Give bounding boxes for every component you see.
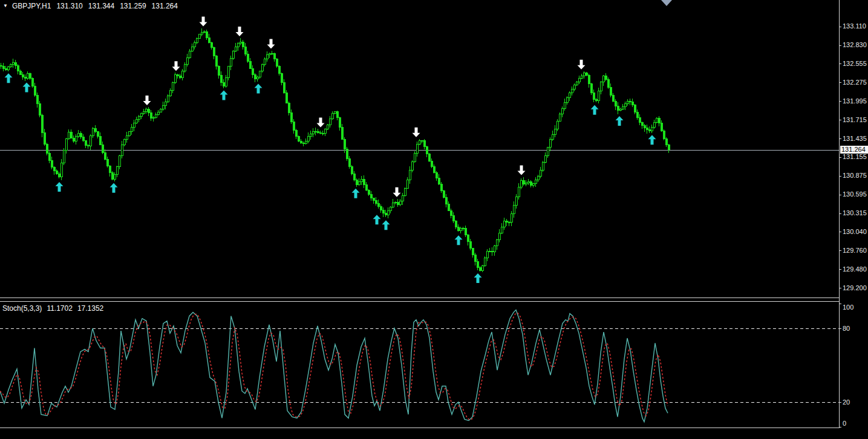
buy-signal-arrow	[648, 135, 656, 145]
candle-body	[639, 117, 641, 122]
candle-body	[36, 95, 38, 104]
candle-body	[486, 251, 488, 258]
price-tick-mark	[839, 176, 841, 177]
candle-body	[590, 84, 592, 93]
candle-body	[131, 128, 132, 132]
candle-body	[581, 76, 582, 78]
stoch-main-value: 11.1702	[47, 304, 73, 313]
candle-body	[48, 153, 50, 160]
mt4-chart-window: ▼GBPJPY,H1131.310131.344131.259131.264 S…	[0, 0, 868, 439]
candle-body	[365, 185, 367, 190]
candle-body	[382, 210, 384, 213]
candle-body	[457, 227, 459, 230]
candle-body	[237, 44, 239, 47]
candle-body	[145, 109, 147, 112]
candle-body	[2, 67, 4, 69]
candle-body	[361, 179, 362, 182]
price-tick-label: 131.155	[843, 154, 867, 160]
buy-signal-arrow	[255, 83, 263, 93]
candle-body	[462, 228, 464, 229]
candle-body	[252, 69, 253, 75]
buy-signal-arrow	[616, 116, 624, 126]
candle-body	[194, 43, 195, 47]
candle-body	[126, 135, 128, 139]
price-tick-label: 133.110	[843, 23, 866, 30]
candle-body	[157, 112, 159, 114]
candle-body	[12, 62, 14, 64]
candle-body	[29, 74, 31, 79]
candle-body	[496, 239, 498, 246]
buy-signal-arrow	[23, 83, 31, 93]
buy-signal-arrow	[382, 220, 390, 230]
chart-collapse-icon[interactable]: ▼	[3, 3, 8, 8]
candle-body	[186, 57, 188, 64]
candle-body	[498, 233, 500, 239]
main-chart-canvas[interactable]	[0, 0, 841, 298]
candle-body	[56, 171, 57, 174]
candle-body	[162, 106, 164, 109]
candle-body	[123, 139, 125, 145]
candle-body	[380, 207, 382, 210]
candle-body	[460, 228, 462, 230]
candle-body	[448, 204, 449, 210]
buy-signal-arrow	[373, 215, 381, 224]
stoch-indicator-canvas[interactable]	[0, 298, 841, 428]
candle-body	[385, 213, 387, 215]
candle-body	[80, 134, 82, 137]
candle-body	[363, 179, 365, 184]
candle-body	[479, 267, 481, 270]
candle-body	[269, 53, 270, 54]
candle-body	[593, 93, 595, 100]
candle-body	[353, 174, 355, 180]
price-tick-label: 132.555	[843, 60, 867, 67]
candle-body	[532, 184, 534, 186]
candle-body	[636, 112, 638, 118]
sell-signal-arrow	[143, 96, 151, 105]
price-tick-mark	[839, 82, 841, 83]
price-tick-mark	[839, 157, 841, 158]
candle-body	[520, 181, 522, 187]
candle-body	[65, 139, 67, 150]
sell-signal-arrow	[267, 39, 275, 49]
chart-shift-marker[interactable]	[661, 0, 672, 6]
candle-body	[341, 127, 343, 139]
candle-body	[70, 132, 72, 138]
candle-body	[191, 47, 193, 51]
sell-signal-arrow	[317, 117, 325, 127]
candle-body	[143, 111, 145, 114]
time-axis[interactable]: 5 May 20206 May 11:007 May 03:007 May 19…	[0, 428, 868, 439]
candle-body	[174, 74, 176, 82]
candle-body	[394, 202, 396, 203]
candle-body	[474, 255, 476, 262]
candle-body	[223, 83, 224, 86]
stoch-signal-value: 17.1352	[77, 304, 103, 313]
candle-body	[656, 119, 658, 123]
candle-body	[406, 180, 408, 188]
price-tick-label: 132.830	[843, 42, 867, 48]
quote-close: 131.264	[152, 2, 178, 10]
candle-body	[39, 104, 41, 115]
price-tick-mark	[839, 101, 841, 102]
candle-body	[641, 122, 643, 125]
price-tick-label: 131.995	[843, 98, 867, 105]
candle-body	[218, 66, 220, 75]
candle-body	[344, 139, 345, 149]
candle-body	[184, 64, 186, 71]
price-tick-mark	[839, 27, 841, 27]
price-tick-mark	[839, 45, 841, 46]
candle-body	[472, 249, 474, 255]
candle-body	[411, 161, 413, 170]
candle-body	[549, 140, 551, 148]
candle-body	[431, 161, 432, 166]
candle-body	[622, 106, 624, 109]
sell-signal-arrow	[518, 166, 526, 175]
candle-body	[167, 96, 169, 102]
price-tick-mark	[839, 120, 841, 120]
candle-body	[283, 83, 285, 93]
candle-body	[489, 251, 491, 252]
price-tick-mark	[839, 232, 841, 232]
pane-splitter[interactable]	[0, 298, 839, 298]
candle-body	[97, 132, 99, 137]
candle-body	[414, 154, 416, 162]
candle-body	[34, 86, 36, 95]
